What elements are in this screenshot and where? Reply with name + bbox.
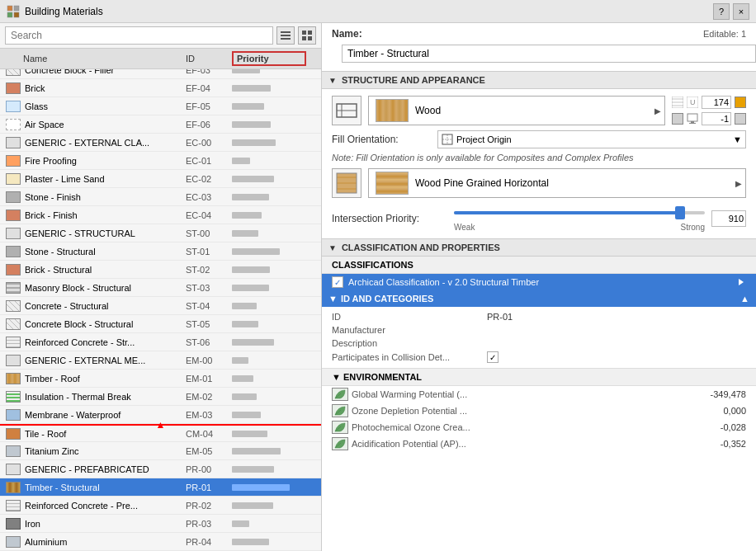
mat-icon-swatch bbox=[6, 518, 21, 530]
window-controls: ? × bbox=[713, 3, 749, 20]
collision-checkbox[interactable]: ✓ bbox=[487, 351, 498, 363]
editable-label: Editable: 1 bbox=[703, 29, 746, 39]
material-row[interactable]: Stone - FinishEC-03 bbox=[0, 188, 321, 206]
material-row[interactable]: BrickEF-04 bbox=[0, 79, 321, 97]
mat-id: EF-05 bbox=[186, 101, 232, 111]
material-row[interactable]: Concrete Block - FillerEF-03 bbox=[0, 69, 321, 79]
mat-id: ST-03 bbox=[186, 283, 232, 293]
classification-item[interactable]: ✓ Archicad Classification - v 2.0 Struct… bbox=[322, 274, 756, 290]
mat-name: Reinforced Concrete - Pre... bbox=[23, 501, 186, 511]
svg-rect-0 bbox=[7, 6, 12, 11]
priority-bar bbox=[232, 466, 274, 473]
material-row[interactable]: Timber - RoofEM-01 bbox=[0, 370, 321, 388]
mat-icon-swatch bbox=[6, 264, 21, 276]
mat-name: Glass bbox=[23, 101, 186, 111]
list-view-button[interactable] bbox=[276, 26, 295, 45]
close-button[interactable]: × bbox=[733, 3, 749, 20]
mat-icon bbox=[3, 355, 23, 366]
priority-input[interactable] bbox=[711, 210, 746, 227]
mat-icon bbox=[3, 318, 23, 330]
structure-section-title: STRUCTURE AND APPEARANCE bbox=[342, 75, 485, 85]
mat-id: EC-04 bbox=[186, 210, 232, 220]
color-swatch-gray-bottom[interactable] bbox=[735, 113, 746, 125]
material-row[interactable]: Reinforced Concrete - Str...ST-06 bbox=[0, 333, 321, 351]
mat-icon-swatch bbox=[6, 101, 21, 112]
col-header-priority[interactable]: Priority bbox=[232, 51, 306, 66]
wood-pattern-box[interactable]: Wood Pine Grained Horizontal ▶ bbox=[368, 168, 746, 198]
wood-material-box[interactable]: Wood ▶ bbox=[368, 96, 665, 125]
mat-id: EC-00 bbox=[186, 138, 232, 148]
wood-pattern-row: Wood Pine Grained Horizontal ▶ bbox=[332, 168, 746, 198]
help-button[interactable]: ? bbox=[713, 3, 730, 20]
classification-checkbox[interactable]: ✓ bbox=[332, 276, 343, 288]
svg-rect-7 bbox=[302, 31, 306, 35]
material-row[interactable]: Stone - StructuralST-01 bbox=[0, 243, 321, 261]
structure-icon[interactable] bbox=[332, 96, 361, 125]
priority-bar-cell bbox=[232, 285, 306, 291]
material-row[interactable]: IronPR-03 bbox=[0, 515, 321, 533]
material-row[interactable]: Masonry Block - StructuralST-03 bbox=[0, 279, 321, 297]
structure-section-header[interactable]: ▼ STRUCTURE AND APPEARANCE bbox=[322, 71, 756, 89]
priority-bar bbox=[232, 484, 290, 491]
fill-orientation-select[interactable]: Project Origin ▼ bbox=[437, 130, 746, 148]
color-swatch-gray-top[interactable] bbox=[672, 113, 683, 125]
material-row[interactable]: Timber - StructuralPR-01 bbox=[0, 478, 321, 497]
material-row[interactable]: Brick - FinishEC-04 bbox=[0, 206, 321, 224]
priority-bar-cell bbox=[232, 176, 306, 182]
mat-id: ST-01 bbox=[186, 247, 232, 257]
grid-view-button[interactable] bbox=[298, 26, 316, 45]
wood-pattern-icon[interactable] bbox=[332, 168, 361, 198]
slider-container[interactable] bbox=[454, 205, 705, 221]
material-row[interactable]: AluminiumPR-04 bbox=[0, 533, 321, 551]
priority-bar bbox=[232, 212, 262, 219]
env-section-header[interactable]: ▼ ENVIRONMENTAL bbox=[322, 368, 756, 386]
mat-icon-swatch bbox=[6, 337, 21, 348]
color-swatch-orange[interactable] bbox=[735, 97, 746, 108]
mat-id: ST-02 bbox=[186, 265, 232, 275]
priority-bar bbox=[232, 85, 271, 92]
wood-preview bbox=[376, 99, 409, 122]
classification-section-header[interactable]: ▼ CLASSIFICATION AND PROPERTIES bbox=[322, 238, 756, 257]
priority-bar-cell bbox=[232, 339, 306, 346]
material-row[interactable]: GENERIC - EXTERNAL ME...EM-00 bbox=[0, 351, 321, 370]
material-row[interactable]: Insulation - Thermal BreakEM-02 bbox=[0, 388, 321, 406]
mat-icon-swatch bbox=[6, 82, 21, 94]
slider-thumb[interactable] bbox=[675, 206, 685, 219]
svg-rect-2 bbox=[7, 12, 12, 17]
mat-icon-swatch bbox=[6, 318, 21, 330]
material-row[interactable]: Concrete Block - StructuralST-05 bbox=[0, 315, 321, 333]
svg-rect-6 bbox=[281, 38, 291, 40]
svg-rect-10 bbox=[308, 36, 312, 40]
mat-id: ST-06 bbox=[186, 337, 232, 347]
mat-icon bbox=[3, 246, 23, 257]
svg-rect-22 bbox=[689, 123, 696, 124]
mat-icon-swatch bbox=[6, 173, 21, 185]
priority-bar-cell bbox=[232, 412, 306, 418]
mat-icon bbox=[3, 300, 23, 312]
id-categories-header[interactable]: ▼ ID AND CATEGORIES ▲ bbox=[322, 290, 756, 307]
priority-bar bbox=[232, 69, 260, 73]
name-value-input[interactable] bbox=[342, 45, 756, 63]
material-row[interactable]: ▲Tile - RoofCM-04 bbox=[0, 424, 321, 442]
priority-bar-cell bbox=[232, 194, 306, 200]
material-row[interactable]: Titanium ZincEM-05 bbox=[0, 442, 321, 460]
mat-name: Aluminium bbox=[23, 537, 186, 547]
wood-value-input[interactable] bbox=[702, 96, 731, 109]
material-row[interactable]: GENERIC - PREFABRICATEDPR-00 bbox=[0, 460, 321, 478]
material-row[interactable]: GlassEF-05 bbox=[0, 97, 321, 115]
priority-bar-cell bbox=[232, 158, 306, 164]
svg-text:U: U bbox=[690, 98, 696, 106]
env-icon bbox=[332, 388, 348, 401]
material-row[interactable]: Fire ProofingEC-01 bbox=[0, 152, 321, 170]
search-input[interactable] bbox=[5, 26, 273, 45]
material-row[interactable]: Air SpaceEF-06 bbox=[0, 115, 321, 134]
minus-value-input[interactable] bbox=[702, 112, 731, 125]
material-row[interactable]: Reinforced Concrete - Pre...PR-02 bbox=[0, 497, 321, 515]
material-row[interactable]: Plaster - Lime SandEC-02 bbox=[0, 170, 321, 188]
material-row[interactable]: Brick - StructuralST-02 bbox=[0, 261, 321, 279]
material-row[interactable]: GENERIC - EXTERNAL CLA...EC-00 bbox=[0, 134, 321, 152]
priority-bar-cell bbox=[232, 448, 306, 454]
material-row[interactable]: Concrete - StructuralST-04 bbox=[0, 297, 321, 315]
material-row[interactable]: GENERIC - STRUCTURALST-00 bbox=[0, 224, 321, 243]
env-key: Ozone Depletion Potential ... bbox=[352, 406, 693, 416]
